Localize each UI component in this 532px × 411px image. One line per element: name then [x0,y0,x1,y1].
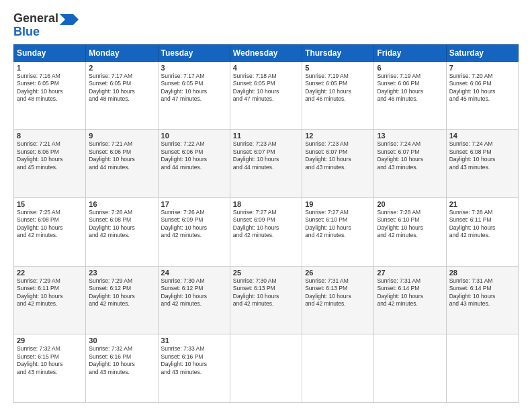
cell-sunrise: Sunrise: 7:31 AMSunset: 6:14 PMDaylight:… [449,277,496,307]
cell-sunrise: Sunrise: 7:21 AMSunset: 6:06 PMDaylight:… [89,140,135,170]
calendar-cell: 27Sunrise: 7:31 AMSunset: 6:14 PMDayligh… [374,266,446,334]
calendar-cell: 12Sunrise: 7:23 AMSunset: 6:07 PMDayligh… [302,130,374,198]
calendar-cell: 7Sunrise: 7:20 AMSunset: 6:06 PMDaylight… [446,61,518,130]
cell-sunrise: Sunrise: 7:31 AMSunset: 6:13 PMDaylight:… [305,277,351,307]
day-number: 2 [89,64,154,72]
calendar-header-row: SundayMondayTuesdayWednesdayThursdayFrid… [14,44,519,61]
day-number: 25 [233,269,299,277]
calendar-cell: 2Sunrise: 7:17 AMSunset: 6:05 PMDaylight… [86,61,158,130]
calendar-cell: 31Sunrise: 7:33 AMSunset: 6:16 PMDayligh… [158,334,230,403]
day-number: 3 [161,64,227,72]
calendar-cell: 14Sunrise: 7:24 AMSunset: 6:08 PMDayligh… [446,130,518,198]
cell-sunrise: Sunrise: 7:19 AMSunset: 6:05 PMDaylight:… [305,73,351,102]
day-number: 18 [233,200,299,208]
day-number: 23 [89,269,154,277]
cell-sunrise: Sunrise: 7:23 AMSunset: 6:07 PMDaylight:… [233,140,279,170]
day-number: 6 [377,64,443,72]
calendar-cell: 10Sunrise: 7:22 AMSunset: 6:06 PMDayligh… [158,130,230,198]
day-number: 21 [449,200,515,208]
weekday-header: Saturday [446,44,518,61]
day-number: 22 [17,269,83,277]
calendar-cell: 1Sunrise: 7:16 AMSunset: 6:05 PMDaylight… [14,61,86,130]
logo-line2: Blue [13,26,79,39]
weekday-header: Thursday [302,44,374,61]
weekday-header: Friday [374,44,446,61]
cell-sunrise: Sunrise: 7:29 AMSunset: 6:11 PMDaylight:… [17,277,63,307]
calendar-cell: 23Sunrise: 7:29 AMSunset: 6:12 PMDayligh… [86,266,158,334]
cell-sunrise: Sunrise: 7:29 AMSunset: 6:12 PMDaylight:… [89,277,135,307]
cell-sunrise: Sunrise: 7:24 AMSunset: 6:08 PMDaylight:… [449,140,496,170]
calendar-cell: 24Sunrise: 7:30 AMSunset: 6:12 PMDayligh… [158,266,230,334]
weekday-header: Tuesday [158,44,230,61]
calendar-cell: 3Sunrise: 7:17 AMSunset: 6:05 PMDaylight… [158,61,230,130]
cell-sunrise: Sunrise: 7:26 AMSunset: 6:09 PMDaylight:… [161,209,208,238]
cell-sunrise: Sunrise: 7:17 AMSunset: 6:05 PMDaylight:… [161,73,208,102]
day-number: 12 [305,132,371,140]
cell-sunrise: Sunrise: 7:18 AMSunset: 6:05 PMDaylight:… [233,73,279,102]
day-number: 28 [449,269,515,277]
calendar-cell: 17Sunrise: 7:26 AMSunset: 6:09 PMDayligh… [158,197,230,266]
cell-sunrise: Sunrise: 7:32 AMSunset: 6:15 PMDaylight:… [17,345,63,375]
cell-sunrise: Sunrise: 7:19 AMSunset: 6:06 PMDaylight:… [377,73,423,102]
page: General Blue SundayMondayTuesdayWednesda… [0,0,532,411]
weekday-header: Monday [86,44,158,61]
weekday-header: Wednesday [230,44,302,61]
cell-sunrise: Sunrise: 7:22 AMSunset: 6:06 PMDaylight:… [161,140,208,170]
cell-sunrise: Sunrise: 7:27 AMSunset: 6:09 PMDaylight:… [233,209,279,238]
calendar-cell [230,334,302,403]
cell-sunrise: Sunrise: 7:23 AMSunset: 6:07 PMDaylight:… [305,140,351,170]
calendar-cell: 29Sunrise: 7:32 AMSunset: 6:15 PMDayligh… [14,334,86,403]
day-number: 17 [161,200,227,208]
calendar-cell: 11Sunrise: 7:23 AMSunset: 6:07 PMDayligh… [230,130,302,198]
cell-sunrise: Sunrise: 7:24 AMSunset: 6:07 PMDaylight:… [377,140,423,170]
svg-marker-0 [60,14,79,25]
cell-sunrise: Sunrise: 7:33 AMSunset: 6:16 PMDaylight:… [161,345,208,375]
day-number: 30 [89,336,154,345]
cell-sunrise: Sunrise: 7:16 AMSunset: 6:05 PMDaylight:… [17,73,63,102]
calendar-cell: 8Sunrise: 7:21 AMSunset: 6:06 PMDaylight… [14,130,86,198]
day-number: 26 [305,269,371,277]
calendar-cell: 18Sunrise: 7:27 AMSunset: 6:09 PMDayligh… [230,197,302,266]
calendar-week-row: 22Sunrise: 7:29 AMSunset: 6:11 PMDayligh… [14,266,519,334]
calendar-cell [302,334,374,403]
day-number: 15 [17,200,83,208]
calendar-cell: 21Sunrise: 7:28 AMSunset: 6:11 PMDayligh… [446,197,518,266]
calendar-cell: 20Sunrise: 7:28 AMSunset: 6:10 PMDayligh… [374,197,446,266]
cell-sunrise: Sunrise: 7:31 AMSunset: 6:14 PMDaylight:… [377,277,423,307]
calendar-cell [374,334,446,403]
day-number: 14 [449,132,515,140]
day-number: 5 [305,64,371,72]
day-number: 19 [305,200,371,208]
cell-sunrise: Sunrise: 7:17 AMSunset: 6:05 PMDaylight:… [89,73,135,102]
cell-sunrise: Sunrise: 7:30 AMSunset: 6:13 PMDaylight:… [233,277,279,307]
calendar-cell: 9Sunrise: 7:21 AMSunset: 6:06 PMDaylight… [86,130,158,198]
calendar-cell: 16Sunrise: 7:26 AMSunset: 6:08 PMDayligh… [86,197,158,266]
cell-sunrise: Sunrise: 7:28 AMSunset: 6:10 PMDaylight:… [377,209,423,238]
calendar-cell: 19Sunrise: 7:27 AMSunset: 6:10 PMDayligh… [302,197,374,266]
calendar-table: SundayMondayTuesdayWednesdayThursdayFrid… [13,44,519,403]
day-number: 11 [233,132,299,140]
calendar-cell: 5Sunrise: 7:19 AMSunset: 6:05 PMDaylight… [302,61,374,130]
cell-sunrise: Sunrise: 7:21 AMSunset: 6:06 PMDaylight:… [17,140,63,170]
calendar-week-row: 29Sunrise: 7:32 AMSunset: 6:15 PMDayligh… [14,334,519,403]
header: General Blue [13,12,519,39]
calendar-cell: 26Sunrise: 7:31 AMSunset: 6:13 PMDayligh… [302,266,374,334]
day-number: 20 [377,200,443,208]
cell-sunrise: Sunrise: 7:25 AMSunset: 6:08 PMDaylight:… [17,209,63,238]
day-number: 10 [161,132,227,140]
day-number: 27 [377,269,443,277]
cell-sunrise: Sunrise: 7:20 AMSunset: 6:06 PMDaylight:… [449,73,496,102]
calendar-cell: 22Sunrise: 7:29 AMSunset: 6:11 PMDayligh… [14,266,86,334]
calendar-week-row: 8Sunrise: 7:21 AMSunset: 6:06 PMDaylight… [14,130,519,198]
cell-sunrise: Sunrise: 7:30 AMSunset: 6:12 PMDaylight:… [161,277,208,307]
day-number: 13 [377,132,443,140]
cell-sunrise: Sunrise: 7:28 AMSunset: 6:11 PMDaylight:… [449,209,496,238]
calendar-cell: 13Sunrise: 7:24 AMSunset: 6:07 PMDayligh… [374,130,446,198]
day-number: 29 [17,336,83,345]
calendar-week-row: 15Sunrise: 7:25 AMSunset: 6:08 PMDayligh… [14,197,519,266]
cell-sunrise: Sunrise: 7:32 AMSunset: 6:16 PMDaylight:… [89,345,135,375]
day-number: 24 [161,269,227,277]
day-number: 8 [17,132,83,140]
calendar-cell: 15Sunrise: 7:25 AMSunset: 6:08 PMDayligh… [14,197,86,266]
logo-line1: General [13,12,79,26]
